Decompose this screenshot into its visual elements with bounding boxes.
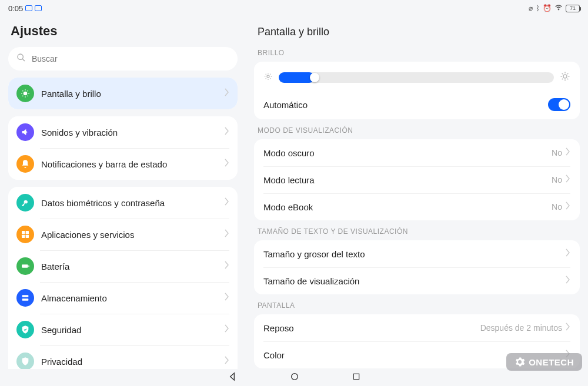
text-size-panel: Tamaño y grosor del textoTamaño de visua… xyxy=(254,240,580,294)
sidebar-item-label: Almacenamiento xyxy=(41,293,225,303)
svg-point-11 xyxy=(267,75,269,78)
section-label-screen: PANTALLA xyxy=(258,301,580,310)
navigation-bar xyxy=(0,370,588,386)
sidebar-item-apps[interactable]: Aplicaciones y servicios xyxy=(8,219,238,250)
search-icon xyxy=(16,53,26,65)
svg-rect-7 xyxy=(22,264,28,267)
svg-line-27 xyxy=(562,79,563,80)
bluetooth-icon: ᛒ xyxy=(536,4,540,12)
sidebar-item-label: Datos biométricos y contraseña xyxy=(41,198,225,208)
watermark: ONETECH xyxy=(506,353,582,371)
text-size-row-1[interactable]: Tamaño de visualización xyxy=(254,267,580,294)
screen-row-0[interactable]: ReposoDespués de 2 minutos xyxy=(254,314,580,341)
section-label-brightness: BRILLO xyxy=(258,49,580,57)
brightness-slider-row xyxy=(254,62,580,90)
row-label: Tamaño de visualización xyxy=(263,276,566,286)
svg-point-20 xyxy=(563,75,567,78)
svg-rect-9 xyxy=(22,295,29,297)
display-mode-row-1[interactable]: Modo lecturaNo xyxy=(254,166,580,193)
svg-point-29 xyxy=(292,374,298,380)
display-mode-row-0[interactable]: Modo oscuroNo xyxy=(254,139,580,166)
sidebar-item-label: Sonidos y vibración xyxy=(41,127,225,137)
vibrate-icon: ⌀ xyxy=(529,4,533,12)
svg-rect-4 xyxy=(26,231,29,234)
sidebar-item-sound[interactable]: Sonidos y vibración xyxy=(8,116,238,148)
wifi-icon xyxy=(554,4,563,12)
sidebar-item-battery[interactable]: Batería xyxy=(8,250,238,282)
key-icon xyxy=(16,194,34,212)
svg-line-17 xyxy=(270,78,270,79)
display-mode-row-2[interactable]: Modo eBookNo xyxy=(254,193,580,220)
shield-icon xyxy=(16,321,34,338)
auto-brightness-label: Automático xyxy=(263,100,548,110)
auto-brightness-toggle[interactable] xyxy=(548,98,570,111)
alarm-icon: ⏰ xyxy=(543,4,552,12)
chevron-right-icon xyxy=(225,229,229,240)
sidebar-item-notifications[interactable]: Notificaciones y barra de estado xyxy=(8,148,238,180)
sidebar-item-label: Notificaciones y barra de estado xyxy=(41,159,225,169)
nav-back-button[interactable] xyxy=(228,372,237,384)
search-box[interactable] xyxy=(8,47,238,71)
recent-app-indicator-1 xyxy=(25,5,32,11)
sidebar-item-privacy[interactable]: Privacidad xyxy=(8,345,238,369)
search-input[interactable] xyxy=(32,54,229,63)
chevron-right-icon xyxy=(225,324,229,335)
content-pane: Pantalla y brillo BRILLO Automático M xyxy=(246,16,588,369)
chevron-right-icon xyxy=(566,147,570,158)
svg-point-2 xyxy=(24,92,28,96)
chevron-right-icon xyxy=(566,174,570,185)
sidebar-item-label: Batería xyxy=(41,261,225,271)
brightness-slider[interactable] xyxy=(279,72,554,83)
row-label: Modo lectura xyxy=(263,175,552,185)
svg-rect-6 xyxy=(26,235,29,238)
chevron-right-icon xyxy=(566,323,570,333)
status-right: ⌀ ᛒ ⏰ 71 xyxy=(529,4,580,12)
svg-line-19 xyxy=(270,74,270,75)
privacy-icon xyxy=(16,353,34,369)
row-value: No xyxy=(552,148,562,157)
display-icon xyxy=(16,85,34,102)
storage-icon xyxy=(16,289,34,307)
svg-line-1 xyxy=(22,59,25,61)
svg-rect-5 xyxy=(22,235,25,238)
sidebar-item-label: Privacidad xyxy=(41,357,225,367)
brightness-high-icon xyxy=(560,71,570,84)
svg-line-25 xyxy=(562,73,563,75)
svg-rect-30 xyxy=(353,374,359,379)
status-time: 0:05 xyxy=(8,4,23,13)
grid-icon xyxy=(16,226,34,243)
sound-icon xyxy=(16,123,34,141)
sidebar-item-biometric[interactable]: Datos biométricos y contraseña xyxy=(8,187,238,219)
section-label-displaymode: MODO DE VISUALIZACIÓN xyxy=(258,126,580,135)
gear-icon xyxy=(514,357,525,367)
bell-icon xyxy=(16,155,34,173)
chevron-right-icon xyxy=(566,276,570,286)
chevron-right-icon xyxy=(225,197,229,208)
chevron-right-icon xyxy=(225,261,229,271)
sidebar-item-label: Pantalla y brillo xyxy=(41,89,225,99)
sidebar-item-storage[interactable]: Almacenamiento xyxy=(8,282,238,314)
nav-recent-button[interactable] xyxy=(352,372,360,383)
display-mode-panel: Modo oscuroNoModo lecturaNoModo eBookNo xyxy=(254,139,580,220)
text-size-row-0[interactable]: Tamaño y grosor del texto xyxy=(254,240,580,267)
sidebar-item-display[interactable]: Pantalla y brillo xyxy=(8,78,238,109)
sidebar-item-label: Seguridad xyxy=(41,325,225,335)
chevron-right-icon xyxy=(225,88,229,99)
content-title: Pantalla y brillo xyxy=(258,26,580,38)
auto-brightness-row[interactable]: Automático xyxy=(254,90,580,119)
svg-line-18 xyxy=(266,78,266,79)
brightness-panel: Automático xyxy=(254,62,580,119)
chevron-right-icon xyxy=(225,293,229,303)
battery-icon: 71 xyxy=(566,5,580,12)
battery-icon xyxy=(16,257,34,275)
row-label: Modo oscuro xyxy=(263,148,552,158)
sidebar-item-security[interactable]: Seguridad xyxy=(8,314,238,345)
row-label: Modo eBook xyxy=(263,202,552,212)
nav-home-button[interactable] xyxy=(290,372,299,384)
svg-rect-8 xyxy=(28,266,29,267)
row-value: No xyxy=(552,175,562,184)
svg-line-26 xyxy=(567,79,569,80)
status-bar: 0:05 ⌀ ᛒ ⏰ 71 xyxy=(0,0,588,16)
row-value: Después de 2 minutos xyxy=(480,323,562,333)
chevron-right-icon xyxy=(566,249,570,259)
